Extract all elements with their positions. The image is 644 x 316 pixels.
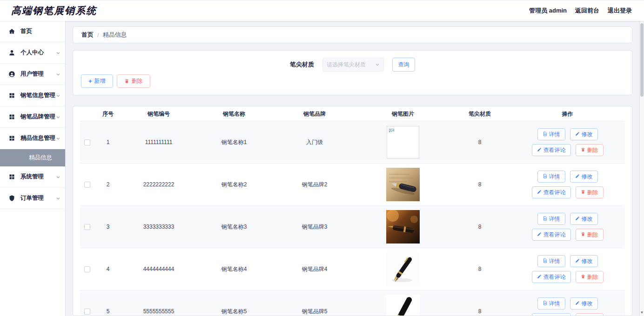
cell-pen-image [356, 168, 449, 201]
pen-photo [386, 210, 420, 244]
pen-photo [386, 252, 420, 286]
pen-photo [386, 168, 420, 201]
cell-pen-code: 1111111111 [122, 139, 195, 145]
breadcrumb-separator: / [97, 32, 99, 39]
cell-nib-material: 8 [449, 308, 510, 315]
detail-button[interactable]: 详情 [537, 255, 565, 267]
pen-photo [386, 295, 420, 316]
chevron-down-icon [56, 175, 60, 179]
cell-pen-brand: 入门级 [273, 138, 356, 146]
sidebar-item-boutique-info-management[interactable]: 精品信息管理 [0, 128, 65, 149]
delete-button[interactable]: 删除 [117, 74, 150, 88]
view-comments-button[interactable]: 查看评论 [532, 229, 571, 241]
table-row: 22222222222钢笔名称2钢笔品牌28详情修改查看评论删除 [80, 164, 625, 206]
view-comments-button[interactable]: 查看评论 [532, 144, 571, 156]
sidebar-item-label: 用户管理 [20, 70, 56, 78]
sidebar-item-pen-info-management[interactable]: 钢笔信息管理 [0, 85, 65, 106]
logout-link[interactable]: 退出登录 [608, 7, 632, 15]
sidebar-item-label: 系统管理 [20, 173, 56, 181]
sidebar-subitem-boutique-info[interactable]: 精品信息 [0, 149, 65, 166]
view-comments-button[interactable]: 查看评论 [532, 271, 571, 283]
delete-row-button[interactable]: 删除 [576, 271, 604, 283]
cell-pen-name: 钢笔名称2 [195, 181, 273, 189]
edit-button[interactable]: 修改 [570, 213, 598, 225]
table-row: 55555555555钢笔名称5钢笔品牌58详情修改查看评论删除 [80, 290, 625, 316]
cell-index: 5 [94, 308, 122, 315]
detail-button[interactable]: 详情 [537, 171, 565, 183]
row-checkbox[interactable] [84, 139, 90, 145]
back-to-front-link[interactable]: 返回前台 [575, 7, 599, 15]
cell-pen-image [356, 210, 449, 244]
query-button[interactable]: 查询 [392, 58, 415, 72]
detail-button[interactable]: 详情 [537, 128, 565, 140]
cell-index: 1 [94, 139, 122, 145]
app-header: 高端钢笔展销系统 管理员 admin 返回前台 退出登录 [0, 0, 644, 21]
edit-button[interactable]: 修改 [570, 128, 598, 140]
scroll-down-arrow[interactable]: ▼ [640, 310, 644, 315]
doc-icon [543, 300, 547, 307]
pencil-icon [575, 131, 580, 138]
pencil-icon [537, 231, 542, 238]
breadcrumb: 首页 / 精品信息 [73, 26, 632, 43]
data-table: 序号钢笔编号钢笔名称钢笔品牌钢笔图片笔尖材质操作 11111111111钢笔名称… [73, 106, 632, 316]
table-row: 44444444444钢笔名称4钢笔品牌48详情修改查看评论删除 [80, 248, 625, 290]
delete-row-button[interactable]: 删除 [576, 229, 604, 241]
sidebar-item-user-management[interactable]: 用户管理 [0, 64, 65, 85]
row-checkbox[interactable] [84, 309, 90, 315]
row-actions: 详情修改查看评论删除 [510, 171, 625, 198]
detail-button[interactable]: 详情 [537, 297, 565, 309]
vertical-scrollbar: ▼ [639, 21, 644, 316]
pencil-icon [575, 300, 580, 307]
add-button[interactable]: + 新增 [81, 74, 113, 88]
scrollbar-thumb[interactable] [640, 23, 644, 97]
cell-pen-code: 4444444444 [122, 266, 195, 272]
view-comments-button[interactable]: 查看评论 [532, 186, 571, 198]
sidebar-item-system-management[interactable]: 系统管理 [0, 166, 65, 188]
doc-icon [543, 131, 547, 138]
chevron-down-icon [56, 72, 60, 77]
cell-pen-name: 钢笔名称3 [195, 223, 273, 231]
column-header: 钢笔名称 [195, 110, 273, 118]
edit-button[interactable]: 修改 [570, 255, 598, 267]
edit-button[interactable]: 修改 [570, 297, 598, 309]
sidebar-item-home[interactable]: 首页 [0, 21, 65, 42]
sidebar-item-pen-brand-management[interactable]: 钢笔品牌管理 [0, 106, 65, 128]
nib-material-label: 笔尖材质 [290, 60, 314, 69]
cell-pen-brand: 钢笔品牌2 [273, 181, 356, 189]
pencil-icon [537, 274, 542, 280]
breadcrumb-home[interactable]: 首页 [81, 31, 94, 39]
delete-row-button[interactable]: 删除 [576, 313, 604, 316]
row-checkbox[interactable] [84, 224, 90, 230]
row-actions: 详情修改查看评论删除 [510, 297, 625, 316]
chevron-down-icon [56, 196, 60, 201]
sidebar-item-label: 精品信息管理 [20, 134, 56, 142]
sidebar-menu: 首页个人中心用户管理钢笔信息管理钢笔品牌管理精品信息管理精品信息系统管理订单管理 [0, 21, 65, 209]
chevron-down-icon [375, 62, 380, 67]
search-row: 笔尖材质 请选择笔尖材质 查询 [73, 51, 632, 72]
row-checkbox[interactable] [84, 182, 90, 188]
nib-material-select[interactable]: 请选择笔尖材质 [322, 58, 384, 72]
admin-user-label: 管理员 admin [529, 7, 567, 15]
broken-image-placeholder [387, 126, 419, 158]
doc-icon [543, 216, 547, 222]
doc-icon [543, 258, 547, 264]
column-header: 钢笔图片 [356, 110, 449, 118]
cell-pen-brand: 钢笔品牌3 [273, 223, 356, 231]
edit-button[interactable]: 修改 [570, 171, 598, 183]
home-icon [8, 28, 15, 35]
delete-row-button[interactable]: 删除 [576, 144, 604, 156]
cell-pen-name: 钢笔名称5 [195, 308, 273, 316]
select-placeholder: 请选择笔尖材质 [327, 61, 366, 69]
view-comments-button[interactable]: 查看评论 [532, 313, 571, 316]
pencil-icon [575, 216, 580, 222]
cell-pen-code: 3333333333 [122, 224, 195, 230]
cell-pen-name: 钢笔名称4 [195, 265, 273, 273]
delete-row-button[interactable]: 删除 [576, 186, 604, 198]
trash-icon [581, 147, 585, 153]
header-links: 管理员 admin 返回前台 退出登录 [529, 7, 632, 15]
detail-button[interactable]: 详情 [537, 213, 565, 225]
sidebar-item-profile[interactable]: 个人中心 [0, 42, 65, 64]
grid-icon [8, 113, 15, 120]
sidebar-item-order-management[interactable]: 订单管理 [0, 188, 65, 209]
row-checkbox[interactable] [84, 266, 90, 272]
